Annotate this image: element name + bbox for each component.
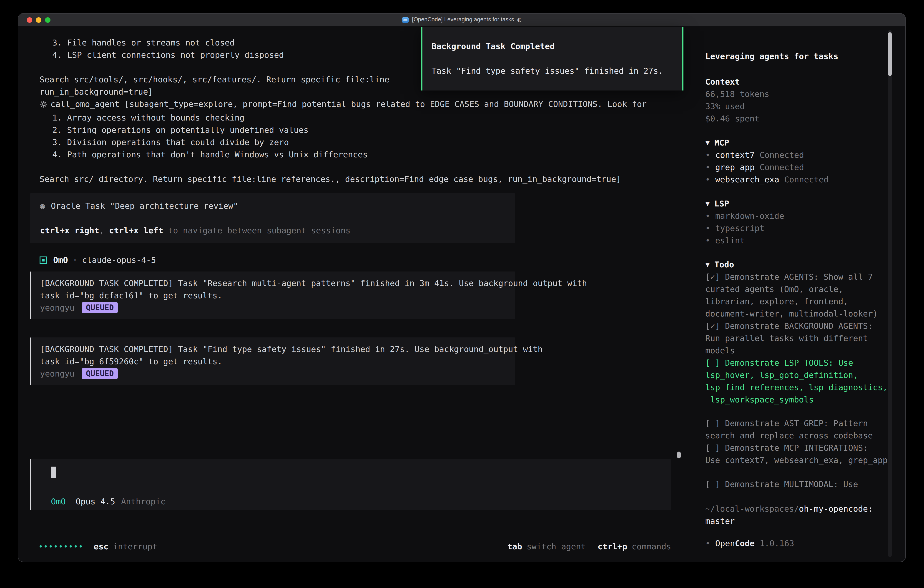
todo-section-header[interactable]: ▼Todo: [705, 258, 890, 271]
ctrlp-key-hint: ctrl+p: [598, 540, 627, 553]
sidebar: Leveraging agents for tasks Context 66,5…: [691, 26, 905, 562]
tab-key-hint: tab: [507, 540, 522, 553]
oracle-icon: ◉: [40, 201, 45, 211]
bullet-icon: •: [705, 236, 710, 245]
mcp-item-name: context7: [715, 150, 755, 160]
shortcut-right: ctrl+x right: [40, 226, 99, 235]
spinner-dots-icon: [40, 545, 82, 548]
bullet-icon: •: [705, 537, 710, 549]
window-title: [OpenCode] Leveraging agents for tasks: [412, 14, 514, 26]
context-tokens: 66,518 tokens: [705, 88, 890, 100]
agent-model: claude-opus-4-5: [82, 254, 156, 266]
lsp-item: •eslint: [705, 234, 890, 246]
bullet-icon: •: [705, 162, 710, 172]
tool-call-line: call_omo_agent [subagent_type=explore, p…: [40, 98, 671, 111]
mcp-item: •context7Connected: [705, 149, 890, 161]
session-title: Leveraging agents for tasks: [705, 50, 890, 62]
message-author: yeongyu: [40, 302, 74, 314]
lsp-item-name: typescript: [715, 223, 765, 233]
prompt-input[interactable]: OmO Opus 4.5 Anthropic: [30, 459, 671, 510]
sidebar-scrollbar-thumb[interactable]: [888, 32, 892, 76]
text-cursor: [51, 467, 56, 478]
tool-call-arg-line: 1. Array access without bounds checking: [52, 111, 671, 124]
lsp-heading-label: LSP: [714, 199, 729, 208]
chevron-down-icon: ▼: [705, 200, 710, 207]
todo-line: [✓] Demonstrate BACKGROUND AGENTS:: [705, 320, 890, 332]
lsp-item-name: eslint: [715, 236, 745, 245]
oracle-task-panel: ◉Oracle Task "Deep architecture review" …: [30, 193, 515, 243]
chevron-down-icon: ▼: [705, 139, 710, 146]
oracle-title-line: ◉Oracle Task "Deep architecture review": [40, 200, 505, 212]
titlebar[interactable]: [OpenCode] Leveraging agents for tasks ◐: [18, 14, 905, 26]
oracle-title: Oracle Task "Deep architecture review": [51, 201, 238, 211]
main-scrollbar-thumb[interactable]: [677, 452, 681, 458]
todo-line: lsp_find_references, lsp_diagnostics,: [705, 381, 890, 393]
mcp-item-name: websearch_exa: [715, 175, 779, 184]
app-icon: [402, 17, 409, 23]
todo-line: [ ] Demonstrate LSP TOOLS: Use: [705, 357, 890, 369]
message-line: task_id="bg_6f59260c" to get results.: [40, 355, 506, 367]
mcp-item-name: grep_app: [715, 162, 755, 172]
todo-line: librarian, explore, frontend,: [705, 295, 890, 307]
mcp-item: •grep_appConnected: [705, 161, 890, 173]
gear-icon: [40, 99, 51, 111]
tab-key-label: switch agent: [526, 540, 586, 553]
tool-call-arg-line: 4. Path operations that don't handle Win…: [52, 148, 671, 160]
todo-line: search and replace across codebase: [705, 429, 890, 441]
message-line: [BACKGROUND TASK COMPLETED] Task "Find t…: [40, 343, 506, 355]
bullet-icon: •: [705, 223, 710, 233]
input-cursor-line: [51, 467, 662, 481]
lsp-item-name: markdown-oxide: [715, 211, 784, 221]
status-badge: QUEUED: [82, 368, 118, 379]
message-author: yeongyu: [40, 367, 74, 380]
lsp-item: •typescript: [705, 222, 890, 234]
app-name-regular: Open: [715, 537, 735, 549]
status-bar-right: tab switch agent ctrl+p commands: [507, 540, 671, 553]
background-task-toast[interactable]: Background Task Completed Task "Find typ…: [421, 27, 683, 91]
shortcut-left: ctrl+x left: [109, 226, 163, 235]
workspace-repo: oh-my-opencode:: [799, 504, 873, 514]
screen: [OpenCode] Leveraging agents for tasks ◐…: [0, 0, 924, 588]
todo-line: [✓] Demonstrate AGENTS: Show all 7: [705, 271, 890, 283]
context-used: 33% used: [705, 100, 890, 112]
todo-item: [ ] Demonstrate AST-GREP: Pattern search…: [705, 417, 890, 441]
todo-line: lsp_hover, lsp_goto_definition,: [705, 369, 890, 381]
message-block: [BACKGROUND TASK COMPLETED] Task "Find t…: [30, 337, 515, 385]
bullet-icon: •: [705, 150, 710, 160]
todo-item: [ ] Demonstrate MCP INTEGRATIONS: Use co…: [705, 441, 890, 466]
zoom-button[interactable]: [45, 17, 51, 23]
minimize-button[interactable]: [36, 17, 41, 23]
todo-line: lsp_workspace_symbols: [705, 393, 890, 406]
ctrlp-key-label: commands: [632, 540, 671, 553]
mcp-section-header[interactable]: ▼MCP: [705, 136, 890, 149]
lsp-item: •markdown-oxide: [705, 210, 890, 222]
oracle-hint-line: ctrl+x right, ctrl+x left to navigate be…: [40, 224, 505, 236]
todo-line: [ ] Demonstrate AST-GREP: Pattern: [705, 417, 890, 429]
mcp-item: •websearch_exaConnected: [705, 173, 890, 185]
todo-line: models: [705, 344, 890, 357]
message-meta: yeongyu QUEUED: [40, 367, 506, 380]
todo-line: Use context7, websearch_exa, grep_app: [705, 454, 890, 466]
record-indicator-icon: ◐: [517, 14, 521, 26]
active-agent-name: OmO: [51, 495, 66, 507]
close-button[interactable]: [27, 17, 32, 23]
message-line: task_id="bg_dcfac161" to get results.: [40, 289, 506, 302]
conversation-pane: 3. File handles or streams not closed 4.…: [18, 26, 691, 562]
todo-line: [ ] Demonstrate MCP INTEGRATIONS:: [705, 441, 890, 454]
todo-line: Run parallel tasks with different: [705, 332, 890, 344]
workspace-branch: master: [705, 515, 890, 527]
context-heading: Context: [705, 76, 890, 88]
shortcut-separator: ,: [99, 226, 109, 235]
window-body: 3. File handles or streams not closed 4.…: [18, 26, 905, 562]
workspace-path: ~/local-workspaces/oh-my-opencode:: [705, 502, 890, 515]
traffic-lights: [27, 17, 51, 23]
toast-title: Background Task Completed: [432, 40, 671, 52]
lsp-section-header[interactable]: ▼LSP: [705, 197, 890, 210]
todo-item: [✓] Demonstrate AGENTS: Show all 7 curat…: [705, 271, 890, 320]
bullet-icon: •: [705, 211, 710, 221]
active-model-name: Opus 4.5: [76, 495, 115, 507]
todo-item: [ ] Demonstrate LSP TOOLS: Use lsp_hover…: [705, 357, 890, 406]
tool-call-text: call_omo_agent [subagent_type=explore, p…: [51, 99, 647, 109]
mcp-item-status: Connected: [760, 162, 804, 172]
message-meta: yeongyu QUEUED: [40, 302, 506, 314]
